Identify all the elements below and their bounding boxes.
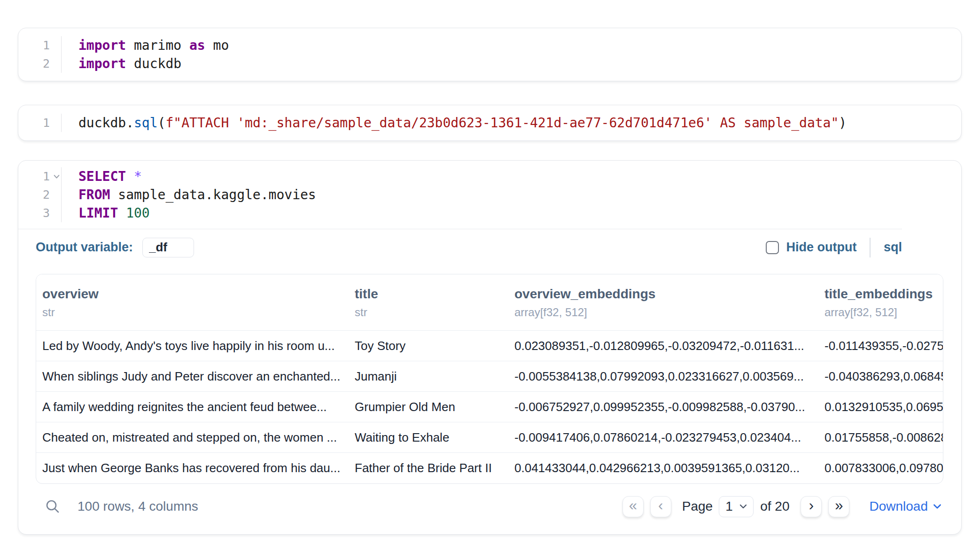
- table-cell: Led by Woody, Andy's toys live happily i…: [36, 331, 349, 361]
- vertical-divider: [870, 238, 871, 257]
- table-cell: -0.009417406,0.07860214,-0.023279453,0.0…: [508, 422, 818, 453]
- output-variable-label: Output variable:: [36, 240, 133, 255]
- code-line-text: FROM sample_data.kaggle.movies: [62, 187, 316, 202]
- table-cell: 0.01755858,-0.00862866...: [818, 422, 943, 453]
- code-cell-attach: 1duckdb.sql(f"ATTACH 'md:_share/sample_d…: [18, 105, 962, 141]
- table-cell: Just when George Banks has recovered fro…: [36, 453, 349, 483]
- code-line[interactable]: 1import marimo as mo: [18, 36, 961, 54]
- code-line[interactable]: 3LIMIT 100: [18, 204, 961, 222]
- sql-editor[interactable]: 1SELECT *2FROM sample_data.kaggle.movies…: [18, 167, 961, 222]
- table-body: Led by Woody, Andy's toys live happily i…: [36, 331, 943, 483]
- column-header-overview[interactable]: overviewstr: [36, 274, 349, 331]
- search-icon[interactable]: [45, 499, 60, 514]
- table-cell: 0.0132910535,0.069581...: [818, 392, 943, 422]
- code-line-text: LIMIT 100: [62, 205, 150, 221]
- line-number-gutter: 1: [18, 167, 62, 186]
- code-line[interactable]: 1duckdb.sql(f"ATTACH 'md:_share/sample_d…: [18, 114, 961, 132]
- dataframe-table: overviewstrtitlestroverview_embeddingsar…: [36, 274, 943, 484]
- table-cell: 0.007833006,0.0978013...: [818, 453, 943, 483]
- chevron-down-icon: [932, 501, 942, 512]
- page-of-label: of 20: [760, 499, 789, 514]
- table-row: When siblings Judy and Peter discover an…: [36, 361, 943, 392]
- language-badge: sql: [884, 240, 902, 255]
- line-number-gutter: 2: [18, 186, 62, 204]
- page-select[interactable]: 1: [719, 496, 754, 517]
- output-variable-input[interactable]: [142, 238, 194, 257]
- table-cell: Cheated on, mistreated and stepped on, t…: [36, 422, 349, 453]
- table-cell: -0.040386293,0.0684511...: [818, 361, 943, 392]
- column-header-overview_embeddings[interactable]: overview_embeddingsarray[f32, 512]: [508, 274, 818, 331]
- code-line[interactable]: 2import duckdb: [18, 54, 961, 73]
- sql-cell-footer: Output variable: Hide output sql: [18, 229, 961, 265]
- line-number: 2: [43, 188, 50, 202]
- line-number-gutter: 1: [18, 36, 62, 54]
- table-cell: Grumpier Old Men: [349, 392, 508, 422]
- download-button[interactable]: Download: [869, 499, 942, 514]
- line-number: 2: [43, 57, 50, 70]
- code-line-text: duckdb.sql(f"ATTACH 'md:_share/sample_da…: [62, 115, 847, 131]
- table-cell: -0.006752927,0.099952355,-0.009982588,-0…: [508, 392, 818, 422]
- column-header-title_embeddings[interactable]: title_embeddingsarray[f32, 512]: [818, 274, 943, 331]
- table-row: A family wedding reignites the ancient f…: [36, 392, 943, 422]
- table-cell: -0.0055384138,0.07992093,0.023316627,0.0…: [508, 361, 818, 392]
- first-page-button[interactable]: «: [622, 496, 644, 517]
- line-number: 1: [43, 39, 50, 52]
- prev-page-button[interactable]: ‹: [650, 496, 671, 517]
- table-cell: 0.023089351,-0.012809965,-0.03209472,-0.…: [508, 331, 818, 361]
- chevron-right-icon: ›: [809, 498, 814, 513]
- table-cell: -0.011439355,-0.027525...: [818, 331, 943, 361]
- last-page-button[interactable]: »: [828, 496, 849, 517]
- sql-cell: 1SELECT *2FROM sample_data.kaggle.movies…: [18, 160, 962, 535]
- code-line-text: import duckdb: [62, 56, 181, 71]
- table-cell: Jumanji: [349, 361, 508, 392]
- table-footer: 100 rows, 4 columns « ‹ Page 1 of 20 › »…: [18, 484, 961, 534]
- code-line-text: SELECT *: [62, 169, 142, 184]
- line-number: 1: [43, 170, 50, 183]
- chevron-left-icon: ‹: [658, 498, 663, 513]
- table-header-row: overviewstrtitlestroverview_embeddingsar…: [36, 274, 943, 331]
- table-row: Led by Woody, Andy's toys live happily i…: [36, 331, 943, 361]
- chevrons-right-icon: »: [835, 498, 843, 513]
- row-count-summary: 100 rows, 4 columns: [78, 499, 198, 514]
- code-editor[interactable]: 1import marimo as mo2import duckdb: [18, 36, 961, 73]
- table-cell: When siblings Judy and Peter discover an…: [36, 361, 349, 392]
- hide-output-label: Hide output: [786, 240, 857, 255]
- chevrons-left-icon: «: [629, 498, 637, 513]
- table-cell: Father of the Bride Part II: [349, 453, 508, 483]
- page-label: Page: [682, 499, 713, 514]
- fold-chevron-icon[interactable]: [53, 172, 61, 180]
- marimo-notebook: 1import marimo as mo2import duckdb 1duck…: [0, 0, 980, 560]
- table-row: Cheated on, mistreated and stepped on, t…: [36, 422, 943, 453]
- next-page-button[interactable]: ›: [801, 496, 822, 517]
- chevron-down-icon: [739, 502, 748, 511]
- table-row: Just when George Banks has recovered fro…: [36, 453, 943, 483]
- line-number-gutter: 3: [18, 204, 62, 222]
- table-cell: A family wedding reignites the ancient f…: [36, 392, 349, 422]
- code-line-text: import marimo as mo: [62, 38, 229, 53]
- line-number-gutter: 1: [18, 114, 62, 132]
- page-select-value: 1: [725, 499, 733, 514]
- code-line[interactable]: 2FROM sample_data.kaggle.movies: [18, 186, 961, 204]
- code-line[interactable]: 1SELECT *: [18, 167, 961, 186]
- line-number: 3: [43, 206, 50, 220]
- table-cell: 0.041433044,0.042966213,0.0039591365,0.0…: [508, 453, 818, 483]
- code-editor[interactable]: 1duckdb.sql(f"ATTACH 'md:_share/sample_d…: [18, 114, 961, 132]
- line-number-gutter: 2: [18, 54, 62, 73]
- hide-output-checkbox[interactable]: [766, 241, 779, 254]
- table-cell: Toy Story: [349, 331, 508, 361]
- line-number: 1: [43, 116, 50, 130]
- table-cell: Waiting to Exhale: [349, 422, 508, 453]
- code-cell-imports: 1import marimo as mo2import duckdb: [18, 28, 962, 81]
- download-label: Download: [869, 499, 928, 514]
- column-header-title[interactable]: titlestr: [349, 274, 508, 331]
